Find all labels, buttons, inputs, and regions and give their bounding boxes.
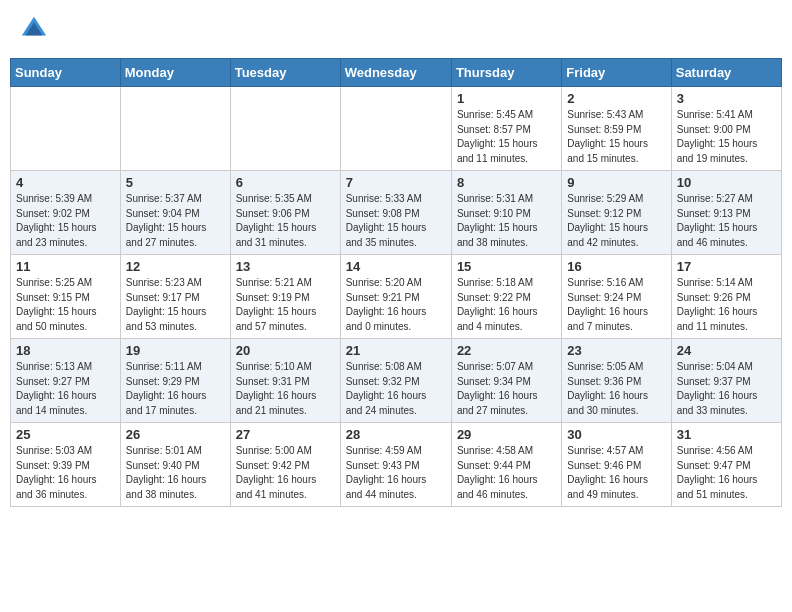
- day-number: 5: [126, 175, 225, 190]
- calendar-cell: 8Sunrise: 5:31 AM Sunset: 9:10 PM Daylig…: [451, 171, 561, 255]
- calendar-cell: 15Sunrise: 5:18 AM Sunset: 9:22 PM Dayli…: [451, 255, 561, 339]
- day-number: 20: [236, 343, 335, 358]
- logo-icon: [20, 15, 48, 43]
- calendar-cell: [340, 87, 451, 171]
- calendar-cell: 22Sunrise: 5:07 AM Sunset: 9:34 PM Dayli…: [451, 339, 561, 423]
- day-number: 12: [126, 259, 225, 274]
- day-info: Sunrise: 5:00 AM Sunset: 9:42 PM Dayligh…: [236, 444, 335, 502]
- day-info: Sunrise: 5:25 AM Sunset: 9:15 PM Dayligh…: [16, 276, 115, 334]
- day-number: 15: [457, 259, 556, 274]
- calendar-cell: 19Sunrise: 5:11 AM Sunset: 9:29 PM Dayli…: [120, 339, 230, 423]
- calendar-week-4: 18Sunrise: 5:13 AM Sunset: 9:27 PM Dayli…: [11, 339, 782, 423]
- day-info: Sunrise: 5:05 AM Sunset: 9:36 PM Dayligh…: [567, 360, 665, 418]
- day-number: 28: [346, 427, 446, 442]
- day-info: Sunrise: 5:45 AM Sunset: 8:57 PM Dayligh…: [457, 108, 556, 166]
- day-info: Sunrise: 5:39 AM Sunset: 9:02 PM Dayligh…: [16, 192, 115, 250]
- calendar-cell: 29Sunrise: 4:58 AM Sunset: 9:44 PM Dayli…: [451, 423, 561, 507]
- day-number: 26: [126, 427, 225, 442]
- day-number: 13: [236, 259, 335, 274]
- day-number: 14: [346, 259, 446, 274]
- calendar-cell: [11, 87, 121, 171]
- day-info: Sunrise: 5:07 AM Sunset: 9:34 PM Dayligh…: [457, 360, 556, 418]
- calendar-cell: 30Sunrise: 4:57 AM Sunset: 9:46 PM Dayli…: [562, 423, 671, 507]
- calendar-cell: 10Sunrise: 5:27 AM Sunset: 9:13 PM Dayli…: [671, 171, 781, 255]
- calendar-cell: 14Sunrise: 5:20 AM Sunset: 9:21 PM Dayli…: [340, 255, 451, 339]
- day-number: 25: [16, 427, 115, 442]
- day-info: Sunrise: 4:59 AM Sunset: 9:43 PM Dayligh…: [346, 444, 446, 502]
- day-info: Sunrise: 5:43 AM Sunset: 8:59 PM Dayligh…: [567, 108, 665, 166]
- calendar-cell: 24Sunrise: 5:04 AM Sunset: 9:37 PM Dayli…: [671, 339, 781, 423]
- day-info: Sunrise: 5:13 AM Sunset: 9:27 PM Dayligh…: [16, 360, 115, 418]
- weekday-header-thursday: Thursday: [451, 59, 561, 87]
- day-number: 11: [16, 259, 115, 274]
- calendar-cell: 11Sunrise: 5:25 AM Sunset: 9:15 PM Dayli…: [11, 255, 121, 339]
- day-number: 23: [567, 343, 665, 358]
- calendar-cell: 1Sunrise: 5:45 AM Sunset: 8:57 PM Daylig…: [451, 87, 561, 171]
- day-info: Sunrise: 4:58 AM Sunset: 9:44 PM Dayligh…: [457, 444, 556, 502]
- day-info: Sunrise: 4:56 AM Sunset: 9:47 PM Dayligh…: [677, 444, 776, 502]
- day-number: 31: [677, 427, 776, 442]
- day-info: Sunrise: 5:37 AM Sunset: 9:04 PM Dayligh…: [126, 192, 225, 250]
- calendar-cell: [230, 87, 340, 171]
- calendar-week-5: 25Sunrise: 5:03 AM Sunset: 9:39 PM Dayli…: [11, 423, 782, 507]
- day-number: 18: [16, 343, 115, 358]
- day-info: Sunrise: 5:23 AM Sunset: 9:17 PM Dayligh…: [126, 276, 225, 334]
- day-info: Sunrise: 5:01 AM Sunset: 9:40 PM Dayligh…: [126, 444, 225, 502]
- weekday-header-wednesday: Wednesday: [340, 59, 451, 87]
- calendar-cell: 31Sunrise: 4:56 AM Sunset: 9:47 PM Dayli…: [671, 423, 781, 507]
- day-number: 8: [457, 175, 556, 190]
- calendar-cell: [120, 87, 230, 171]
- weekday-header-saturday: Saturday: [671, 59, 781, 87]
- weekday-header-sunday: Sunday: [11, 59, 121, 87]
- day-info: Sunrise: 5:21 AM Sunset: 9:19 PM Dayligh…: [236, 276, 335, 334]
- calendar-cell: 28Sunrise: 4:59 AM Sunset: 9:43 PM Dayli…: [340, 423, 451, 507]
- day-info: Sunrise: 5:41 AM Sunset: 9:00 PM Dayligh…: [677, 108, 776, 166]
- day-info: Sunrise: 5:20 AM Sunset: 9:21 PM Dayligh…: [346, 276, 446, 334]
- day-info: Sunrise: 5:16 AM Sunset: 9:24 PM Dayligh…: [567, 276, 665, 334]
- day-number: 22: [457, 343, 556, 358]
- day-number: 9: [567, 175, 665, 190]
- day-info: Sunrise: 5:10 AM Sunset: 9:31 PM Dayligh…: [236, 360, 335, 418]
- day-info: Sunrise: 5:35 AM Sunset: 9:06 PM Dayligh…: [236, 192, 335, 250]
- calendar-cell: 2Sunrise: 5:43 AM Sunset: 8:59 PM Daylig…: [562, 87, 671, 171]
- day-number: 21: [346, 343, 446, 358]
- calendar-cell: 27Sunrise: 5:00 AM Sunset: 9:42 PM Dayli…: [230, 423, 340, 507]
- day-number: 3: [677, 91, 776, 106]
- calendar-cell: 9Sunrise: 5:29 AM Sunset: 9:12 PM Daylig…: [562, 171, 671, 255]
- day-info: Sunrise: 5:08 AM Sunset: 9:32 PM Dayligh…: [346, 360, 446, 418]
- day-info: Sunrise: 4:57 AM Sunset: 9:46 PM Dayligh…: [567, 444, 665, 502]
- calendar-cell: 13Sunrise: 5:21 AM Sunset: 9:19 PM Dayli…: [230, 255, 340, 339]
- day-info: Sunrise: 5:31 AM Sunset: 9:10 PM Dayligh…: [457, 192, 556, 250]
- calendar-header-row: SundayMondayTuesdayWednesdayThursdayFrid…: [11, 59, 782, 87]
- day-number: 27: [236, 427, 335, 442]
- day-number: 17: [677, 259, 776, 274]
- day-number: 19: [126, 343, 225, 358]
- day-number: 4: [16, 175, 115, 190]
- day-number: 29: [457, 427, 556, 442]
- page-header: [10, 10, 782, 48]
- calendar-cell: 25Sunrise: 5:03 AM Sunset: 9:39 PM Dayli…: [11, 423, 121, 507]
- calendar-cell: 23Sunrise: 5:05 AM Sunset: 9:36 PM Dayli…: [562, 339, 671, 423]
- calendar-cell: 26Sunrise: 5:01 AM Sunset: 9:40 PM Dayli…: [120, 423, 230, 507]
- calendar-cell: 7Sunrise: 5:33 AM Sunset: 9:08 PM Daylig…: [340, 171, 451, 255]
- calendar-cell: 12Sunrise: 5:23 AM Sunset: 9:17 PM Dayli…: [120, 255, 230, 339]
- calendar-cell: 3Sunrise: 5:41 AM Sunset: 9:00 PM Daylig…: [671, 87, 781, 171]
- calendar-cell: 21Sunrise: 5:08 AM Sunset: 9:32 PM Dayli…: [340, 339, 451, 423]
- day-number: 24: [677, 343, 776, 358]
- calendar-cell: 20Sunrise: 5:10 AM Sunset: 9:31 PM Dayli…: [230, 339, 340, 423]
- day-number: 1: [457, 91, 556, 106]
- day-number: 30: [567, 427, 665, 442]
- weekday-header-friday: Friday: [562, 59, 671, 87]
- day-number: 7: [346, 175, 446, 190]
- day-number: 10: [677, 175, 776, 190]
- day-info: Sunrise: 5:03 AM Sunset: 9:39 PM Dayligh…: [16, 444, 115, 502]
- calendar-week-1: 1Sunrise: 5:45 AM Sunset: 8:57 PM Daylig…: [11, 87, 782, 171]
- logo: [20, 15, 50, 43]
- day-info: Sunrise: 5:29 AM Sunset: 9:12 PM Dayligh…: [567, 192, 665, 250]
- weekday-header-tuesday: Tuesday: [230, 59, 340, 87]
- day-info: Sunrise: 5:27 AM Sunset: 9:13 PM Dayligh…: [677, 192, 776, 250]
- day-info: Sunrise: 5:18 AM Sunset: 9:22 PM Dayligh…: [457, 276, 556, 334]
- day-info: Sunrise: 5:14 AM Sunset: 9:26 PM Dayligh…: [677, 276, 776, 334]
- day-info: Sunrise: 5:04 AM Sunset: 9:37 PM Dayligh…: [677, 360, 776, 418]
- day-number: 6: [236, 175, 335, 190]
